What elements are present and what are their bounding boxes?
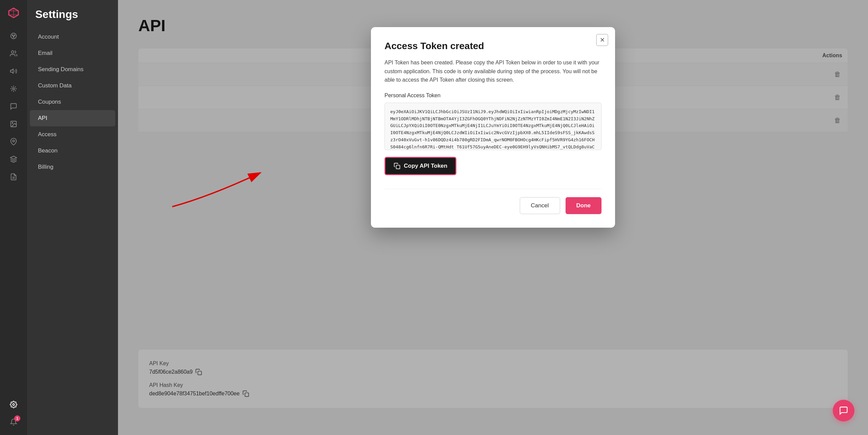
document-icon[interactable] bbox=[6, 169, 21, 184]
sidebar-icons-column: 1 bbox=[0, 0, 27, 435]
svg-point-9 bbox=[13, 140, 15, 142]
copy-token-button[interactable]: Copy API Token bbox=[384, 157, 456, 175]
svg-marker-5 bbox=[11, 69, 13, 74]
nav-item-account[interactable]: Account bbox=[30, 29, 115, 45]
svg-marker-10 bbox=[11, 156, 17, 159]
modal-close-button[interactable]: ✕ bbox=[596, 34, 608, 46]
modal-overlay: ✕ Access Token created API Token has bee… bbox=[118, 0, 868, 435]
svg-point-2 bbox=[14, 35, 15, 36]
modal-description: API Token has been created. Please copy … bbox=[384, 58, 601, 84]
copy-icon bbox=[394, 163, 400, 169]
nav-item-sending-domains[interactable]: Sending Domains bbox=[30, 61, 115, 78]
nav-item-beacon[interactable]: Beacon bbox=[30, 143, 115, 159]
users-icon[interactable] bbox=[6, 46, 21, 61]
modal-title: Access Token created bbox=[384, 41, 601, 51]
svg-point-6 bbox=[13, 88, 15, 90]
settings-icon[interactable] bbox=[6, 397, 21, 412]
layers-icon[interactable] bbox=[6, 152, 21, 167]
svg-point-8 bbox=[12, 122, 13, 123]
image-icon[interactable] bbox=[6, 117, 21, 131]
megaphone-icon[interactable] bbox=[6, 64, 21, 79]
nav-item-access[interactable]: Access bbox=[30, 126, 115, 143]
settings-nav: Settings Account Email Sending Domains C… bbox=[27, 0, 118, 435]
nav-item-billing[interactable]: Billing bbox=[30, 159, 115, 175]
svg-point-3 bbox=[13, 36, 14, 37]
modal-footer: Cancel Done bbox=[384, 189, 601, 214]
svg-point-4 bbox=[12, 51, 14, 53]
token-label: Personal Access Token bbox=[384, 92, 601, 99]
chat-icon[interactable] bbox=[6, 99, 21, 114]
main-content: API Actions 🗑 🗑 🗑 API Key 7d5f06ce2a860a… bbox=[118, 0, 868, 435]
svg-point-13 bbox=[13, 403, 15, 406]
location-icon[interactable] bbox=[6, 134, 21, 149]
chat-support-icon bbox=[839, 406, 848, 415]
access-token-modal: ✕ Access Token created API Token has bee… bbox=[371, 27, 615, 228]
nav-item-custom-data[interactable]: Custom Data bbox=[30, 78, 115, 94]
nav-item-coupons[interactable]: Coupons bbox=[30, 94, 115, 110]
svg-point-1 bbox=[12, 35, 13, 36]
settings-title: Settings bbox=[27, 8, 118, 29]
app-logo[interactable] bbox=[6, 5, 21, 20]
done-button[interactable]: Done bbox=[566, 197, 602, 214]
nav-item-api[interactable]: API bbox=[30, 110, 115, 126]
notification-icon[interactable]: 1 bbox=[6, 415, 21, 430]
nav-item-email[interactable]: Email bbox=[30, 45, 115, 61]
integration-icon[interactable] bbox=[6, 81, 21, 96]
svg-rect-16 bbox=[396, 165, 400, 169]
chat-support-button[interactable] bbox=[833, 400, 854, 421]
cancel-button[interactable]: Cancel bbox=[520, 197, 560, 214]
notification-badge-count: 1 bbox=[14, 415, 20, 421]
svg-point-0 bbox=[11, 33, 17, 39]
token-value: eyJ0eXAiOiJKV1QiLCJhbGciOiJSUzI1NiJ9.eyJ… bbox=[384, 103, 601, 150]
palette-icon[interactable] bbox=[6, 28, 21, 43]
